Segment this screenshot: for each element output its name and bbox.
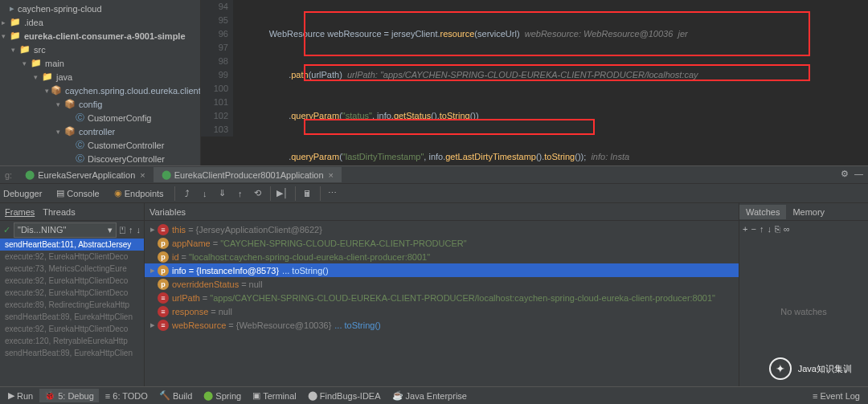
memory-tab[interactable]: Memory	[786, 205, 831, 219]
close-icon[interactable]: ×	[140, 170, 145, 180]
eventlog-tool[interactable]: ≡Event Log	[808, 390, 865, 402]
findbugs-tool[interactable]: ⬤FindBugs-IDEA	[303, 389, 386, 402]
local-badge-icon: ≡	[158, 306, 169, 317]
todo-tool[interactable]: ≡6: TODO	[100, 390, 153, 402]
frames-panel: Frames Threads ✓ "Dis...NING"▾ ⍞ ↑ ↓ sen…	[0, 203, 145, 386]
spring-tool[interactable]: ⬤Spring	[199, 389, 246, 402]
step-out-icon[interactable]: ↑	[232, 186, 248, 202]
terminal-icon: ▣	[252, 390, 260, 401]
thread-dropdown[interactable]: "Dis...NING"▾	[14, 222, 117, 238]
tree-item[interactable]: ▸📁.idea	[0, 15, 200, 29]
more-icon[interactable]: ⋯	[325, 186, 341, 202]
frame-item[interactable]: execute:92, EurekaHttpClientDeco	[0, 251, 144, 263]
frame-item[interactable]: sendHeartBeat:89, EurekaHttpClien	[0, 347, 144, 359]
param-badge-icon: p	[158, 279, 169, 290]
tree-item[interactable]: ⒸCustomerConfig	[0, 111, 200, 124]
watches-tab[interactable]: Watches	[739, 205, 786, 219]
variables-list[interactable]: ▸≡this={JerseyApplicationClient@8622} pa…	[145, 221, 739, 386]
next-frame-icon[interactable]: ↓	[137, 225, 141, 235]
add-watch-icon[interactable]: +	[743, 224, 747, 234]
param-badge-icon: p	[158, 251, 169, 263]
endpoints-tab[interactable]: ◉Endpoints	[108, 186, 170, 200]
drop-frame-icon[interactable]: ⟲	[250, 186, 266, 202]
step-into-icon[interactable]: ↓	[197, 186, 213, 202]
debug-run-tabs: g: ⬤EurekaServerApplication× ⬤EurekaClie…	[0, 166, 868, 184]
param-badge-icon: p	[158, 265, 169, 276]
tree-item[interactable]: ▾📦controller	[0, 124, 200, 138]
run-icon: ▶	[8, 390, 14, 401]
javaee-tool[interactable]: ☕Java Enterprise	[387, 389, 472, 402]
variables-label: Variables	[149, 207, 186, 217]
tree-item[interactable]: ▸caychen-spring-cloud	[0, 2, 200, 15]
spring-icon: ⬤	[203, 390, 213, 401]
tree-item[interactable]: ▾📁src	[0, 43, 200, 56]
evaluate-icon[interactable]: 🖩	[300, 186, 316, 202]
frame-item[interactable]: sendHeartBeat:101, AbstractJersey	[0, 239, 144, 251]
check-icon: ✓	[3, 225, 10, 235]
copy-icon[interactable]: ⎘	[775, 224, 780, 234]
force-step-into-icon[interactable]: ⇓	[215, 186, 231, 202]
console-tab[interactable]: ▤Console	[50, 186, 105, 200]
this-badge-icon: ≡	[158, 224, 169, 235]
tree-item[interactable]: ▾📁java	[0, 70, 200, 84]
var-item[interactable]: ≡response=null	[145, 304, 739, 318]
hammer-icon: 🔨	[159, 390, 170, 401]
variables-panel: Variables ▸≡this={JerseyApplicationClien…	[145, 203, 739, 386]
code-editor[interactable]: 9495 969798 99100101 102103 WebResource …	[201, 0, 868, 165]
watches-empty: No watches	[739, 237, 868, 386]
prev-icon[interactable]: ↑	[760, 224, 764, 234]
frame-item[interactable]: sendHeartBeat:89, EurekaHttpClien	[0, 311, 144, 323]
var-item[interactable]: pid="localhost:caychen-spring-cloud-eure…	[145, 250, 739, 263]
gutter: 9495 969798 99100101 102103	[201, 0, 233, 137]
tree-item[interactable]: ⒸDiscoveryController	[0, 152, 200, 165]
status-bar: ▶Run 🐞5: Debug ≡6: TODO 🔨Build ⬤Spring ▣…	[0, 386, 868, 404]
frame-item[interactable]: execute:92, EurekaHttpClientDeco	[0, 287, 144, 299]
frame-item[interactable]: execute:73, MetricsCollectingEure	[0, 263, 144, 275]
javaee-icon: ☕	[392, 390, 403, 401]
minimize-icon[interactable]: —	[854, 169, 863, 178]
frame-item[interactable]: execute:89, RedirectingEurekaHttp	[0, 299, 144, 311]
filter-icon[interactable]: ⍞	[120, 225, 125, 235]
debugger-label: Debugger	[3, 189, 48, 198]
watches-panel: Watches Memory + − ↑ ↓ ⎘ ∞ No watches	[739, 203, 868, 386]
frame-item[interactable]: execute:92, EurekaHttpClientDeco	[0, 323, 144, 335]
debug-tool[interactable]: 🐞5: Debug	[39, 389, 99, 402]
threads-tab[interactable]: Threads	[43, 207, 75, 217]
terminal-tool[interactable]: ▣Terminal	[248, 389, 301, 402]
gear-icon[interactable]: ⚙	[841, 169, 849, 179]
run-to-cursor-icon[interactable]: ▶│	[275, 186, 291, 202]
frame-item[interactable]: execute:92, EurekaHttpClientDeco	[0, 275, 144, 287]
prev-frame-icon[interactable]: ↑	[129, 225, 133, 235]
project-tree[interactable]: ▸caychen-spring-cloud ▸📁.idea ▾📁eureka-c…	[0, 0, 201, 165]
eventlog-icon: ≡	[813, 391, 817, 401]
var-item[interactable]: ▸≡webResource={WebResource@10036}... toS…	[145, 318, 739, 332]
var-item[interactable]: pappName="CAYCHEN-SPRING-CLOUD-EUREKA-CL…	[145, 236, 739, 250]
var-item[interactable]: ≡urlPath="apps/CAYCHEN-SPRING-CLOUD-EURE…	[145, 291, 739, 304]
chevron-down-icon: ▾	[108, 225, 113, 235]
local-badge-icon: ≡	[158, 292, 169, 304]
tree-item[interactable]: ▾📦caychen.spring.cloud.eureka.client.cus…	[0, 84, 200, 97]
run-tab[interactable]: ⬤EurekaServerApplication×	[17, 167, 154, 182]
debug-panel: g: ⬤EurekaServerApplication× ⬤EurekaClie…	[0, 165, 868, 386]
run-tool[interactable]: ▶Run	[3, 389, 38, 402]
build-tool[interactable]: 🔨Build	[154, 389, 197, 402]
frames-list[interactable]: sendHeartBeat:101, AbstractJersey execut…	[0, 239, 144, 386]
run-tab[interactable]: ⬤EurekaClientProducer8001Application×	[154, 167, 342, 182]
tree-item[interactable]: ▾📦config	[0, 97, 200, 111]
tree-item[interactable]: ▾📁main	[0, 56, 200, 70]
tree-item[interactable]: ⒸCustomerController	[0, 138, 200, 152]
var-item[interactable]: poverriddenStatus=null	[145, 277, 739, 291]
var-item[interactable]: ▸≡this={JerseyApplicationClient@8622}	[145, 222, 739, 236]
remove-watch-icon[interactable]: −	[751, 224, 755, 234]
next-icon[interactable]: ↓	[767, 224, 772, 234]
close-icon[interactable]: ×	[329, 170, 334, 180]
tree-item[interactable]: ▾📁eureka-client-consumer-a-9001-simple	[0, 29, 200, 43]
findbugs-icon: ⬤	[308, 390, 317, 401]
frame-item[interactable]: execute:120, RetryableEurekaHttp	[0, 335, 144, 347]
frames-tab[interactable]: Frames	[5, 207, 35, 217]
step-over-icon[interactable]: ⤴	[179, 186, 195, 202]
param-badge-icon: p	[158, 238, 169, 249]
var-item[interactable]: ▸pinfo={InstanceInfo@8573}... toString()	[145, 263, 739, 277]
link-icon[interactable]: ∞	[784, 224, 790, 234]
code-content: WebResource webResource = jerseyClient.r…	[233, 0, 868, 165]
